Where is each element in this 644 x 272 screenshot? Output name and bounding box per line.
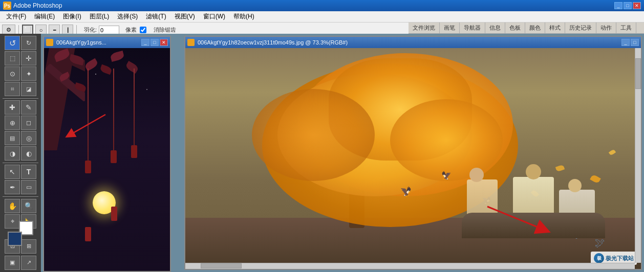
feather-unit: 像素 [125, 26, 137, 34]
panel-tab-tools[interactable]: 工具 [616, 22, 636, 34]
burn-tool[interactable]: ◐ [21, 146, 36, 161]
red-arrow-small [54, 109, 116, 140]
large-canvas[interactable]: 🦅 🦅 🦅 🦅 🕊 🕊 🕊 [185, 48, 641, 269]
panel-tab-navigator[interactable]: 导航器 [460, 22, 485, 34]
watermark-text: 极光下载站 [606, 255, 634, 262]
red-arrow-large [472, 191, 564, 242]
menu-image[interactable]: 图像(I) [59, 11, 85, 22]
menu-view[interactable]: 视图(V) [170, 11, 199, 22]
path-select-tool[interactable]: ↖ [5, 165, 20, 179]
doc-small-canvas-area [44, 48, 170, 271]
panel-tab-brush[interactable]: 画笔 [440, 22, 460, 34]
doc-large-scrollbar-v[interactable] [635, 48, 641, 263]
maximize-button[interactable]: □ [624, 2, 632, 9]
doc-large-window: 006AkgtYgy1h82oecw1vzj311t0mo49s.jpg @ 7… [184, 36, 642, 270]
doc-large-maximize[interactable]: □ [631, 39, 639, 46]
doc-small-icon [46, 39, 53, 46]
move-tool[interactable]: ✛ [21, 51, 36, 65]
title-bar: Ps Adobe Photoshop _ □ ✕ [0, 0, 644, 11]
workspace: ↺ ↻ ⬚ ✛ ⊙ ✦ ⌗ ◪ ✚ ✎ ⊕ ◻ ▤ ◎ [0, 34, 644, 272]
doc-large-icon [187, 39, 195, 46]
close-button[interactable]: ✕ [633, 2, 641, 9]
svg-line-0 [70, 115, 105, 135]
panel-tab-styles[interactable]: 样式 [545, 22, 565, 34]
hand-tool[interactable]: ✋ [5, 199, 20, 213]
panel-tab-file-browser[interactable]: 文件浏览 [409, 22, 440, 34]
menu-help[interactable]: 帮助(H) [229, 11, 259, 22]
shape-tool[interactable]: ▭ [21, 180, 36, 194]
doc-small-minimize[interactable]: _ [141, 39, 149, 46]
panel-tab-swatches[interactable]: 色板 [505, 22, 525, 34]
screen-mode-btn[interactable]: ▣ [5, 256, 20, 270]
heal-tool[interactable]: ✚ [5, 100, 20, 115]
eyedropper-tool[interactable]: ⌖ [5, 214, 20, 229]
panel-tab-color[interactable]: 颜色 [525, 22, 545, 34]
app-icon: Ps [3, 2, 11, 10]
doc-large-titlebar: 006AkgtYgy1h82oecw1vzj311t0mo49s.jpg @ 7… [185, 37, 641, 48]
panel-tab-actions[interactable]: 动作 [596, 22, 616, 34]
history-brush-tool[interactable]: ↺ [5, 36, 20, 50]
menu-window[interactable]: 窗口(W) [199, 11, 229, 22]
window-controls: _ □ ✕ [614, 2, 641, 9]
doc-small-window: 006AkgtYgy1gsns... _ □ ✕ [43, 36, 171, 272]
scrollbar-h-thumb[interactable] [201, 263, 242, 268]
toolbox: ↺ ↻ ⬚ ✛ ⊙ ✦ ⌗ ◪ ✚ ✎ ⊕ ◻ ▤ ◎ [0, 34, 41, 272]
doc-large-minimize[interactable]: _ [621, 39, 630, 46]
brush-tool[interactable]: ✎ [21, 100, 36, 115]
marquee-rect-tool[interactable]: ⬚ [5, 51, 20, 65]
gradient-tool[interactable]: ▤ [5, 131, 20, 145]
menu-filter[interactable]: 滤镜(T) [142, 11, 170, 22]
panel-tabs: 文件浏览 画笔 导航器 信息 色板 颜色 样式 历史记录 动作 工具 [409, 22, 644, 34]
zoom-tool[interactable]: 🔍 [21, 199, 36, 213]
eraser-tool[interactable]: ◻ [21, 116, 36, 130]
foreground-color-swatch[interactable] [8, 232, 22, 246]
menu-edit[interactable]: 编辑(E) [30, 11, 59, 22]
doc-small-titlebar: 006AkgtYgy1gsns... _ □ ✕ [44, 37, 170, 48]
panel-tab-history[interactable]: 历史记录 [565, 22, 596, 34]
menu-layer[interactable]: 图层(L) [85, 11, 114, 22]
scrollbar-v-thumb[interactable] [635, 58, 641, 89]
small-canvas[interactable] [44, 48, 170, 271]
doc-small-maximize[interactable]: □ [151, 39, 159, 46]
blur-tool[interactable]: ◎ [21, 131, 36, 145]
doc-large-title: 006AkgtYgy1h82oecw1vzj311t0mo49s.jpg @ 7… [198, 39, 620, 46]
slice-tool[interactable]: ◪ [21, 82, 36, 96]
magic-wand-tool[interactable]: ✦ [21, 66, 36, 81]
antialiased-checkbox[interactable] [140, 27, 146, 33]
color-swatches [8, 232, 33, 235]
panel-tab-info[interactable]: 信息 [485, 22, 505, 34]
clone-tool[interactable]: ⊕ [5, 116, 20, 130]
doc-large-scrollbar-h[interactable] [185, 263, 635, 269]
antialiased-label: 消除锯齿 [154, 26, 176, 34]
text-tool[interactable]: T [21, 165, 36, 179]
dodge-tool[interactable]: ◑ [5, 146, 20, 161]
lasso-tool[interactable]: ⊙ [5, 66, 20, 81]
watermark-icon: 极 [594, 253, 604, 263]
standard-mask-btn[interactable]: ⊞ [21, 239, 36, 254]
feather-label: 羽化: [84, 26, 97, 34]
doc-small-title: 006AkgtYgy1gsns... [56, 39, 140, 46]
art-history-brush-tool[interactable]: ↻ [21, 36, 36, 50]
menu-bar: 文件(F) 编辑(E) 图像(I) 图层(L) 选择(S) 滤镜(T) 视图(V… [0, 11, 644, 22]
minimize-button[interactable]: _ [614, 2, 622, 9]
app-title: Adobe Photoshop [13, 2, 62, 9]
svg-line-1 [487, 207, 544, 230]
doc-small-close[interactable]: ✕ [160, 39, 168, 46]
menu-select[interactable]: 选择(S) [113, 11, 142, 22]
pen-tool[interactable]: ✒ [5, 180, 20, 194]
crop-tool[interactable]: ⌗ [5, 82, 20, 96]
jump-to-btn[interactable]: ↗ [21, 256, 36, 270]
feather-input[interactable] [99, 26, 119, 35]
doc-large-canvas-area: 🦅 🦅 🦅 🦅 🕊 🕊 🕊 [185, 48, 641, 269]
menu-file[interactable]: 文件(F) [2, 11, 30, 22]
